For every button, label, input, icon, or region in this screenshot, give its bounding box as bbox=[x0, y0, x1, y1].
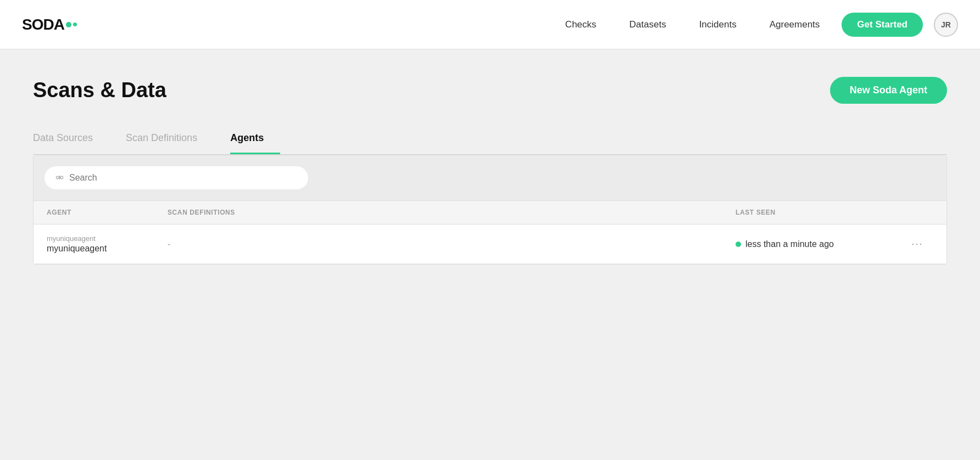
nav-agreements[interactable]: Agreements bbox=[770, 19, 820, 30]
agent-name-large: myuniqueagent bbox=[47, 244, 168, 254]
column-agent: AGENT bbox=[47, 209, 168, 216]
search-bar-container: ⚮ bbox=[34, 155, 946, 201]
column-actions bbox=[900, 209, 933, 216]
get-started-button[interactable]: Get Started bbox=[842, 13, 923, 37]
tab-agents[interactable]: Agents bbox=[230, 126, 280, 154]
last-seen-text: less than a minute ago bbox=[745, 239, 834, 249]
logo-text: SODA bbox=[22, 16, 64, 33]
search-bar: ⚮ bbox=[44, 166, 308, 189]
row-actions-menu-icon[interactable]: ⋮ bbox=[910, 238, 923, 250]
search-icon: ⚮ bbox=[55, 172, 64, 184]
actions-cell[interactable]: ⋮ bbox=[900, 238, 933, 251]
table-header: AGENT SCAN DEFINITIONS LAST SEEN bbox=[34, 201, 946, 225]
search-input[interactable] bbox=[69, 173, 297, 183]
nav-incidents[interactable]: Incidents bbox=[699, 19, 737, 30]
nav-checks[interactable]: Checks bbox=[565, 19, 597, 30]
logo[interactable]: SODA bbox=[22, 16, 77, 33]
logo-dots bbox=[66, 22, 77, 27]
tab-data-sources[interactable]: Data Sources bbox=[33, 126, 109, 154]
avatar[interactable]: JR bbox=[934, 13, 958, 37]
main-nav: Checks Datasets Incidents Agreements bbox=[565, 19, 820, 30]
tab-scan-definitions[interactable]: Scan Definitions bbox=[126, 126, 214, 154]
scan-def-cell: - bbox=[168, 239, 736, 249]
logo-dot-small bbox=[73, 23, 77, 26]
logo-dot-large bbox=[66, 22, 71, 27]
top-nav: SODA Checks Datasets Incidents Agreement… bbox=[0, 0, 980, 49]
agent-name-small: myuniqueagent bbox=[47, 234, 168, 243]
main-content: Scans & Data New Soda Agent Data Sources… bbox=[0, 49, 980, 460]
table-row: myuniqueagent myuniqueagent - less than … bbox=[34, 225, 946, 264]
new-soda-agent-button[interactable]: New Soda Agent bbox=[830, 77, 947, 104]
page-header: Scans & Data New Soda Agent bbox=[33, 77, 947, 104]
column-scan-definitions: SCAN DEFINITIONS bbox=[168, 209, 736, 216]
agents-table-area: ⚮ AGENT SCAN DEFINITIONS LAST SEEN myuni… bbox=[33, 155, 947, 265]
column-last-seen: LAST SEEN bbox=[736, 209, 900, 216]
status-dot-online bbox=[736, 242, 741, 247]
page-title: Scans & Data bbox=[33, 78, 166, 102]
last-seen-cell: less than a minute ago bbox=[736, 239, 900, 249]
nav-datasets[interactable]: Datasets bbox=[630, 19, 666, 30]
agent-cell: myuniqueagent myuniqueagent bbox=[47, 234, 168, 254]
tabs: Data Sources Scan Definitions Agents bbox=[33, 126, 947, 155]
